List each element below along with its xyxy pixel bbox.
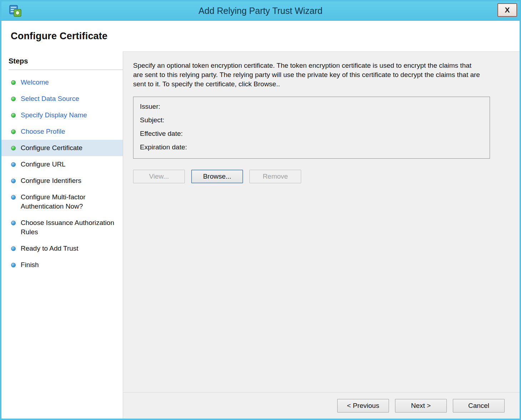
close-button[interactable]: X (497, 3, 517, 17)
step-completed-icon (11, 113, 16, 118)
window-title: Add Relying Party Trust Wizard (1, 6, 520, 16)
step-completed-icon (11, 80, 16, 85)
step-specify-display-name[interactable]: Specify Display Name (1, 107, 123, 123)
wizard-window: Add Relying Party Trust Wizard X Configu… (0, 0, 521, 420)
step-choose-profile[interactable]: Choose Profile (1, 123, 123, 140)
page-title: Configure Certificate (11, 31, 107, 42)
step-configure-url: Configure URL (1, 156, 123, 173)
browse-button[interactable]: Browse... (191, 170, 243, 183)
step-upcoming-icon (11, 221, 16, 225)
view-button: View... (133, 170, 185, 183)
description-text: Specify an optional token encryption cer… (133, 61, 483, 89)
step-configure-mfa: Configure Multi-factor Authentication No… (1, 189, 123, 215)
subject-label: Subject: (140, 116, 483, 124)
effective-date-label: Effective date: (140, 129, 483, 138)
steps-heading: Steps (9, 55, 123, 70)
step-completed-icon (11, 97, 16, 101)
previous-button[interactable]: < Previous (337, 399, 389, 413)
wizard-content: Specify an optional token encryption cer… (123, 52, 520, 392)
step-select-data-source[interactable]: Select Data Source (1, 91, 123, 107)
expiration-date-label: Expiration date: (140, 143, 483, 152)
certificate-actions: View... Browse... Remove (133, 170, 499, 183)
issuer-label: Issuer: (140, 102, 483, 111)
step-choose-issuance-authorization-rules: Choose Issuance Authorization Rules (1, 215, 123, 240)
remove-button: Remove (249, 170, 301, 183)
step-configure-certificate[interactable]: Configure Certificate (1, 140, 123, 156)
steps-panel: Steps Welcome Select Data Source Specify… (1, 51, 123, 419)
step-upcoming-icon (11, 195, 16, 200)
step-upcoming-icon (11, 179, 16, 183)
wizard-footer: < Previous Next > Cancel (123, 392, 520, 419)
page-header: Configure Certificate (1, 21, 520, 51)
step-upcoming-icon (11, 263, 16, 267)
steps-list: Welcome Select Data Source Specify Displ… (1, 74, 123, 273)
wizard-icon (9, 4, 22, 18)
titlebar: Add Relying Party Trust Wizard X (1, 1, 520, 21)
step-completed-icon (11, 129, 16, 134)
certificate-details-box: Issuer: Subject: Effective date: Expirat… (133, 97, 490, 159)
step-current-icon (11, 146, 16, 150)
step-ready-to-add-trust: Ready to Add Trust (1, 240, 123, 257)
step-upcoming-icon (11, 246, 16, 251)
next-button[interactable]: Next > (395, 399, 447, 413)
step-configure-identifiers: Configure Identifiers (1, 173, 123, 189)
step-upcoming-icon (11, 162, 16, 167)
step-finish: Finish (1, 257, 123, 273)
step-welcome[interactable]: Welcome (1, 74, 123, 91)
cancel-button[interactable]: Cancel (453, 399, 505, 413)
